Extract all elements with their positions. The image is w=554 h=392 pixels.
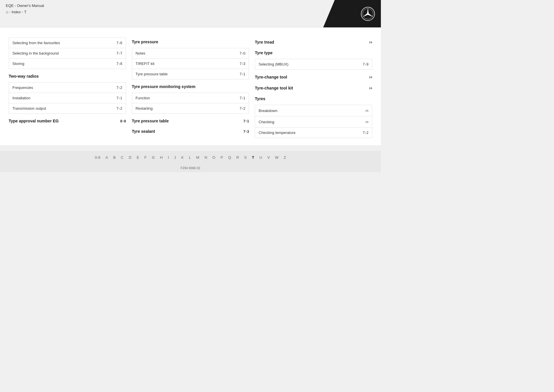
main-content: Selecting from the favourites 7›6 Select… xyxy=(0,27,381,145)
mercedes-logo xyxy=(361,7,375,21)
entry-frequencies[interactable]: Frequencies 7›2 xyxy=(9,83,126,93)
tyre-change-tool-arrow: ›› xyxy=(369,74,372,80)
breadcrumb-current: T xyxy=(24,10,27,14)
alpha-b[interactable]: B xyxy=(113,155,116,160)
heading-two-way-radios: Two-way radios xyxy=(9,70,126,81)
two-way-radios-group: Frequencies 7›2 Installation 7›1 Transmi… xyxy=(9,82,126,114)
breadcrumb-sep-2: › xyxy=(22,10,23,14)
entry-function[interactable]: Function 7›1 xyxy=(132,93,249,103)
footer-code: F294 0066 02 xyxy=(181,166,200,170)
index-columns: Selecting from the favourites 7›6 Select… xyxy=(6,36,375,139)
heading-tyre-tread[interactable]: Tyre tread ›› xyxy=(255,36,372,47)
breadcrumb: ⌂ › Index › T xyxy=(6,10,375,14)
alpha-09[interactable]: 0-9 xyxy=(95,155,100,160)
heading-tyres: Tyres xyxy=(255,93,372,103)
alpha-g[interactable]: G xyxy=(152,155,155,160)
tyre-type-group: Selecting (MBUX) 7›9 xyxy=(255,59,372,70)
entry-selecting-mbux[interactable]: Selecting (MBUX) 7›9 xyxy=(255,59,372,69)
alpha-u[interactable]: U xyxy=(259,155,262,160)
tyre-change-tool-kit-arrow: ›› xyxy=(369,85,372,91)
heading-tyre-type: Tyre type xyxy=(255,47,372,57)
tyres-group: Breakdown ›› Checking ›› Checking temper… xyxy=(255,105,372,138)
alpha-m[interactable]: M xyxy=(196,155,199,160)
alpha-i[interactable]: I xyxy=(168,155,169,160)
alpha-c[interactable]: C xyxy=(121,155,123,160)
heading-type-approval[interactable]: Type approval number EG 8›8 xyxy=(9,115,126,126)
header: EQE - Owner's Manual ⌂ › Index › T xyxy=(0,0,381,27)
alpha-a[interactable]: A xyxy=(106,155,108,160)
entry-restarting[interactable]: Restarting 7›2 xyxy=(132,103,249,113)
home-icon[interactable]: ⌂ xyxy=(6,10,8,14)
entry-checking[interactable]: Checking ›› xyxy=(255,116,372,128)
alpha-r[interactable]: R xyxy=(236,155,239,160)
entry-notes[interactable]: Notes 7›0 xyxy=(132,48,249,59)
column-3: Tyre tread ›› Tyre type Selecting (MBUX)… xyxy=(252,36,375,139)
alpha-h[interactable]: H xyxy=(160,155,162,160)
heading-tyre-pressure: Tyre pressure xyxy=(132,36,249,46)
alpha-w[interactable]: W xyxy=(275,155,278,160)
tyre-pressure-group: Notes 7›0 TIREFIT kit 7›3 Tyre pressure … xyxy=(132,48,249,79)
svg-point-5 xyxy=(367,13,369,15)
footer: F294 0066 02 xyxy=(0,164,381,172)
tyre-tread-arrow: ›› xyxy=(369,40,372,45)
tyre-monitoring-group: Function 7›1 Restarting 7›2 xyxy=(132,93,249,114)
alpha-q[interactable]: Q xyxy=(228,155,231,160)
heading-tyre-change-tool[interactable]: Tyre-change tool ›› xyxy=(255,71,372,82)
alpha-z[interactable]: Z xyxy=(284,155,286,160)
checking-arrow: ›› xyxy=(365,119,368,124)
alpha-n[interactable]: N xyxy=(205,155,207,160)
manual-title: EQE - Owner's Manual xyxy=(6,3,375,8)
entry-storing[interactable]: Storing 7›8 xyxy=(9,59,126,69)
breadcrumb-index[interactable]: Index xyxy=(12,10,21,14)
entry-selecting-favourites[interactable]: Selecting from the favourites 7›6 xyxy=(9,38,126,48)
alpha-p[interactable]: P xyxy=(220,155,223,160)
alpha-e[interactable]: E xyxy=(137,155,139,160)
entry-installation[interactable]: Installation 7›1 xyxy=(9,93,126,103)
heading-tyre-change-tool-kit[interactable]: Tyre-change tool kit ›› xyxy=(255,82,372,93)
alpha-o[interactable]: O xyxy=(212,155,215,160)
column-2: Tyre pressure Notes 7›0 TIREFIT kit 7›3 … xyxy=(129,36,252,139)
alpha-v[interactable]: V xyxy=(267,155,270,160)
alpha-t[interactable]: T xyxy=(252,155,254,160)
entry-tyre-pressure-table-sub[interactable]: Tyre pressure table 7›1 xyxy=(132,69,249,79)
heading-tyre-pressure-table[interactable]: Tyre pressure table 7›1 xyxy=(132,115,249,126)
heading-tyre-pressure-monitoring: Tyre pressure monitoring system xyxy=(132,81,249,91)
entry-selecting-background[interactable]: Selecting in the background 7›7 xyxy=(9,48,126,59)
entry-transmission-output[interactable]: Transmission output 7›2 xyxy=(9,103,126,113)
alpha-s[interactable]: S xyxy=(244,155,247,160)
heading-tyre-sealant[interactable]: Tyre sealant 7›3 xyxy=(132,126,249,136)
alpha-j[interactable]: J xyxy=(174,155,176,160)
breadcrumb-sep-1: › xyxy=(9,10,10,14)
alphabet-navigation: 0-9 A B C D E F G H I J K L M N O P Q R … xyxy=(0,151,381,164)
column-1: Selecting from the favourites 7›6 Select… xyxy=(6,36,129,139)
alpha-k[interactable]: K xyxy=(181,155,184,160)
top-group-box: Selecting from the favourites 7›6 Select… xyxy=(9,38,126,69)
alpha-d[interactable]: D xyxy=(129,155,131,160)
alpha-f[interactable]: F xyxy=(144,155,147,160)
entry-breakdown[interactable]: Breakdown ›› xyxy=(255,105,372,116)
breakdown-arrow: ›› xyxy=(365,108,368,113)
alpha-l[interactable]: L xyxy=(189,155,191,160)
entry-checking-temperature[interactable]: Checking temperature 7›2 xyxy=(255,128,372,138)
entry-tirefit-kit[interactable]: TIREFIT kit 7›3 xyxy=(132,59,249,69)
